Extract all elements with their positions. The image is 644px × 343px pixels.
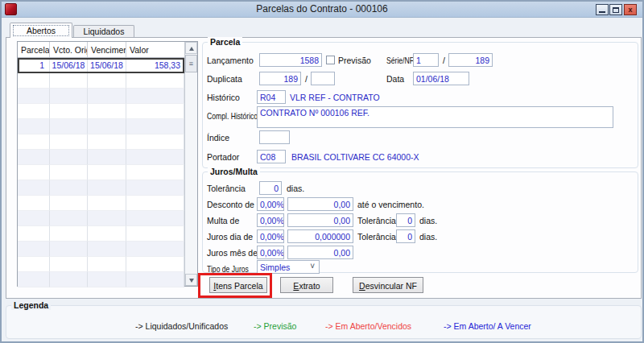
legend-item: -> Liquidados/Unificados bbox=[135, 321, 228, 331]
lancamento-field[interactable]: 1588 bbox=[259, 53, 322, 67]
tolerancia-label: Tolerância bbox=[207, 184, 246, 193]
juros-dia-valor-field[interactable]: 0,000000 bbox=[287, 229, 353, 243]
multa-pct-field[interactable]: 0,00% bbox=[257, 213, 284, 227]
duplicata-label: Duplicata bbox=[207, 74, 242, 84]
table-cell bbox=[18, 242, 50, 257]
juros-mes-valor-field[interactable]: 0,00 bbox=[287, 246, 353, 259]
juros-mes-pct-field[interactable]: 0,00% bbox=[257, 246, 284, 259]
table-row[interactable] bbox=[18, 196, 184, 211]
data-field[interactable]: 01/06/18 bbox=[413, 72, 469, 85]
table-row[interactable] bbox=[18, 180, 184, 196]
multa-tolerancia-field[interactable]: 0 bbox=[396, 213, 415, 227]
table-row[interactable] bbox=[18, 211, 184, 226]
portador-description: BRASIL COLTIVARE CC 64000-X bbox=[291, 152, 419, 162]
duplicata-seq-field[interactable] bbox=[311, 72, 335, 85]
column-header-vencimento[interactable]: Vencimento bbox=[88, 42, 126, 57]
table-cell bbox=[88, 165, 126, 180]
data-label: Data bbox=[386, 74, 404, 84]
table-cell bbox=[18, 211, 50, 226]
previsao-checkbox[interactable] bbox=[326, 56, 335, 64]
table-row[interactable] bbox=[18, 134, 184, 150]
maximize-button[interactable] bbox=[609, 4, 622, 15]
table-cell bbox=[50, 272, 88, 287]
table-cell bbox=[88, 73, 126, 89]
table-cell bbox=[126, 73, 184, 89]
table-row[interactable] bbox=[18, 226, 184, 242]
table-row[interactable] bbox=[18, 104, 184, 119]
multa-valor-field[interactable]: 0,00 bbox=[287, 213, 353, 227]
minimize-button[interactable] bbox=[596, 4, 609, 15]
chevron-down-icon: ˅ bbox=[310, 262, 315, 271]
serie-field[interactable]: 1 bbox=[413, 53, 439, 67]
column-header-valor[interactable]: Valor bbox=[126, 42, 184, 57]
table-cell: 158,33 bbox=[126, 58, 184, 73]
grid-header: Parcela Vcto. Orig. Vencimento Valor bbox=[18, 42, 197, 58]
scroll-down-button[interactable] bbox=[185, 274, 197, 286]
juros-dia-tolerancia-field[interactable]: 0 bbox=[396, 229, 415, 243]
table-cell bbox=[88, 196, 126, 211]
table-cell bbox=[50, 89, 88, 104]
arrow-up-icon bbox=[189, 47, 194, 51]
table-cell: 15/06/18 bbox=[50, 58, 88, 73]
table-cell bbox=[50, 73, 88, 89]
title-bar[interactable]: Parcelas do Contrato - 000106 x bbox=[2, 2, 642, 18]
portador-code-field[interactable]: C08 bbox=[257, 150, 286, 163]
arrow-down-icon bbox=[189, 279, 194, 283]
multa-tolerancia-label: Tolerância bbox=[357, 216, 396, 225]
table-row[interactable] bbox=[18, 257, 184, 272]
historico-code-field[interactable]: R04 bbox=[257, 90, 286, 104]
legend-item: -> Em Aberto/ A Vencer bbox=[444, 321, 531, 331]
table-row[interactable] bbox=[18, 242, 184, 257]
column-header-parcela[interactable]: Parcela bbox=[18, 42, 50, 57]
tab-content-panel: Parcela Vcto. Orig. Vencimento Valor 115… bbox=[6, 37, 642, 299]
table-cell bbox=[50, 211, 88, 226]
close-button[interactable]: x bbox=[624, 4, 637, 15]
table-row[interactable]: 115/06/1815/06/18158,33 bbox=[18, 58, 184, 73]
desconto-pct-field[interactable]: 0,00% bbox=[257, 197, 284, 211]
juros-dia-dias-label: dias. bbox=[419, 232, 437, 242]
column-header-vcto-orig[interactable]: Vcto. Orig. bbox=[50, 42, 88, 57]
juros-group-title: Juros/Multa bbox=[208, 167, 260, 176]
tolerancia-field[interactable]: 0 bbox=[259, 181, 282, 195]
tab-liquidados-label: Liquidados bbox=[84, 27, 125, 36]
extrato-button[interactable]: Extrato bbox=[280, 277, 333, 293]
juros-multa-groupbox: Juros/Multa Tolerância 0 dias. Desconto … bbox=[202, 172, 638, 273]
desvincular-nf-button[interactable]: Desvincular NF bbox=[353, 277, 423, 293]
tab-liquidados[interactable]: Liquidados bbox=[73, 25, 134, 38]
table-cell bbox=[50, 226, 88, 242]
nf-field[interactable]: 189 bbox=[448, 53, 493, 67]
table-cell bbox=[126, 119, 184, 134]
table-cell bbox=[50, 119, 88, 134]
table-cell bbox=[18, 180, 50, 196]
indice-field[interactable] bbox=[259, 130, 290, 144]
scroll-up-button[interactable] bbox=[185, 42, 197, 54]
table-row[interactable] bbox=[18, 150, 184, 165]
grid-scrollbar[interactable]: ≡ bbox=[184, 42, 197, 286]
table-cell bbox=[126, 257, 184, 272]
tab-abertos[interactable]: Abertos bbox=[10, 23, 72, 38]
table-row[interactable] bbox=[18, 165, 184, 180]
itens-parcela-button[interactable]: Itens Parcela bbox=[209, 277, 267, 293]
table-row[interactable] bbox=[18, 89, 184, 104]
table-cell bbox=[50, 104, 88, 119]
juros-dia-pct-field[interactable]: 0,00% bbox=[257, 229, 284, 243]
tipo-juros-select[interactable]: Simples ˅ bbox=[257, 260, 320, 274]
historico-label: Histórico bbox=[207, 93, 240, 102]
duplicata-separator: / bbox=[305, 74, 308, 84]
desconto-suffix-label: até o vencimento. bbox=[357, 200, 424, 209]
desconto-valor-field[interactable]: 0,00 bbox=[287, 197, 353, 211]
table-row[interactable] bbox=[18, 272, 184, 287]
juros-dia-label: Juros dia de bbox=[207, 232, 253, 242]
scrollbar-thumb[interactable]: ≡ bbox=[185, 55, 197, 72]
juros-mes-label: Juros mês de bbox=[207, 248, 258, 258]
multa-dias-label: dias. bbox=[419, 216, 437, 225]
table-cell bbox=[50, 134, 88, 150]
duplicata-field[interactable]: 189 bbox=[259, 72, 301, 85]
table-cell bbox=[18, 73, 50, 89]
table-cell bbox=[18, 104, 50, 119]
table-row[interactable] bbox=[18, 119, 184, 134]
table-cell bbox=[50, 165, 88, 180]
serie-nf-separator: / bbox=[443, 56, 445, 65]
compl-historico-textarea[interactable]: CONTRATO Nº 000106 REF. bbox=[257, 106, 613, 128]
table-row[interactable] bbox=[18, 73, 184, 89]
